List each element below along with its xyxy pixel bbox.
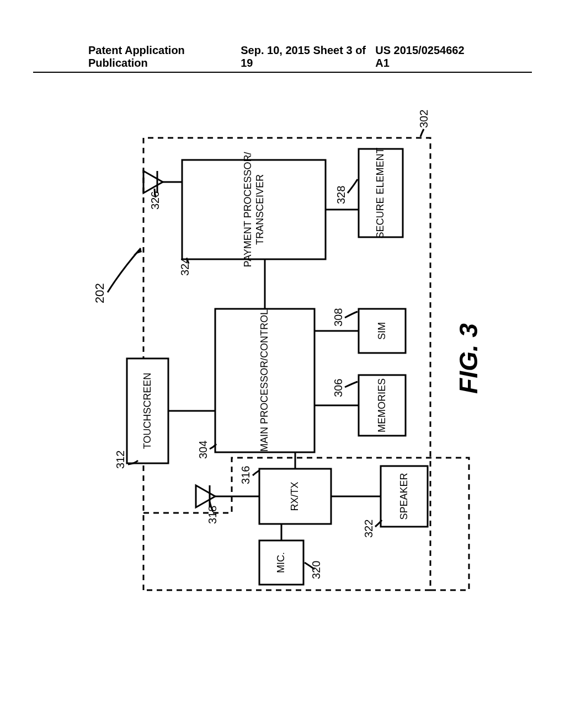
ref-328: 328 — [335, 186, 347, 204]
figure-caption: FIG. 3 — [454, 323, 480, 394]
header-center: Sep. 10, 2015 Sheet 3 of 19 — [241, 44, 375, 69]
ref-324: 324 — [179, 258, 191, 276]
sim-label: SIM — [376, 322, 387, 340]
touchscreen-label: TOUCHSCREEN — [142, 373, 153, 449]
ref-308: 308 — [332, 308, 344, 326]
header-left: Patent Application Publication — [88, 44, 241, 69]
antenna-318 — [196, 485, 259, 507]
header-right: US 2015/0254662 A1 — [375, 44, 477, 69]
ref-312: 312 — [114, 451, 126, 469]
ref-316: 316 — [239, 466, 252, 484]
mainproc-label: MAIN PROCESSOR/CONTROL — [259, 309, 270, 452]
ref-322: 322 — [363, 520, 375, 538]
mic-label: MIC. — [275, 552, 286, 573]
memories-label: MEMORIES — [376, 378, 387, 432]
ref-320: 320 — [310, 561, 322, 579]
secure-label: SECURE ELEMENT — [375, 147, 386, 238]
figure-3-diagram: TOUCHSCREEN MAIN PROCESSOR/CONTROL MEMOR… — [66, 83, 480, 634]
payproc-label1: PAYMENT PROCESSOR/ — [242, 152, 253, 267]
speaker-label: SPEAKER — [398, 473, 409, 520]
antenna-326 — [143, 171, 182, 193]
page-header: Patent Application Publication Sep. 10, … — [33, 44, 532, 73]
ref-306: 306 — [332, 379, 344, 397]
payproc-label2: TRANSCEIVER — [254, 174, 265, 245]
ref-302: 302 — [418, 110, 430, 128]
ref-202: 202 — [93, 283, 106, 303]
svg-marker-4 — [134, 248, 142, 255]
ref-304: 304 — [197, 441, 209, 459]
rxtx-label: RX/TX — [289, 481, 300, 511]
